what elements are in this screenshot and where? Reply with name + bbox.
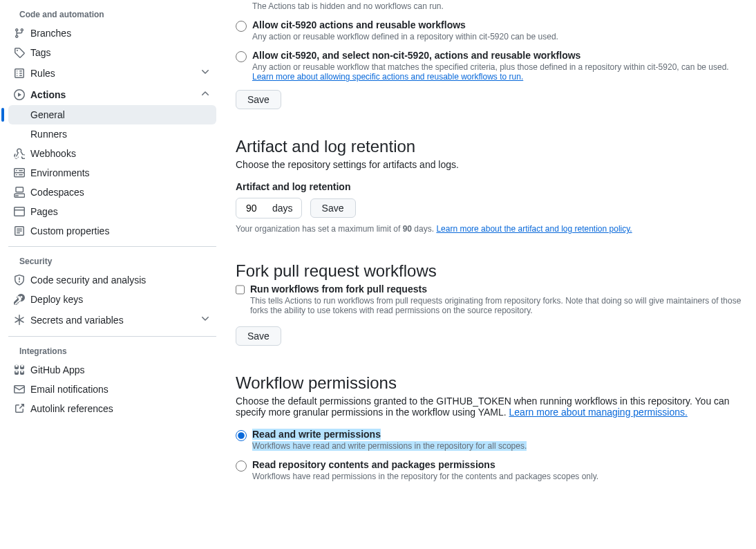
save-button[interactable]: Save — [236, 90, 281, 109]
sidebar-label: Secrets and variables — [30, 315, 200, 326]
sidebar-item-webhooks[interactable]: Webhooks — [8, 144, 216, 163]
divider — [8, 246, 216, 247]
sidebar-subitem-general[interactable]: General — [8, 105, 216, 124]
radio-option-allow-cit5920[interactable]: Allow cit-5920 actions and reusable work… — [236, 19, 745, 41]
sidebar-label: Deploy keys — [30, 294, 211, 305]
sidebar-label: Email notifications — [30, 384, 211, 395]
sidebar-subitem-runners[interactable]: Runners — [8, 124, 216, 144]
apps-icon — [14, 364, 25, 375]
chevron-down-icon — [200, 313, 211, 326]
link-external-icon — [14, 403, 25, 414]
section-title-permissions: Workflow permissions — [236, 373, 745, 393]
sidebar-group-code-automation: Code and automation — [8, 6, 216, 24]
tag-icon — [14, 47, 25, 58]
sidebar-item-deploy-keys[interactable]: Deploy keys — [8, 290, 216, 309]
sidebar-label: Custom properties — [30, 225, 211, 236]
sidebar-label: Tags — [30, 47, 211, 58]
radio-option-read-only[interactable]: Read repository contents and packages pe… — [236, 459, 745, 481]
server-icon — [14, 167, 25, 178]
sidebar-label: GitHub Apps — [30, 364, 211, 375]
learn-more-retention-link[interactable]: Learn more about the artifact and log re… — [436, 224, 632, 234]
sidebar-group-security: Security — [8, 252, 216, 270]
radio-desc: Any action or reusable workflow that mat… — [252, 62, 745, 82]
sub-label-retention: Artifact and log retention — [236, 181, 745, 192]
sidebar-item-branches[interactable]: Branches — [8, 24, 216, 43]
radio-option-allow-select[interactable]: Allow cit-5920, and select non-cit-5920,… — [236, 50, 745, 82]
sidebar-item-rules[interactable]: Rules — [8, 62, 216, 84]
checkbox-input[interactable] — [236, 285, 245, 295]
webhook-icon — [14, 148, 25, 159]
sidebar-item-custom-properties[interactable]: Custom properties — [8, 221, 216, 241]
radio-title: Read and write permissions — [252, 429, 381, 440]
checkbox-run-workflows-fork[interactable]: Run workflows from fork pull requests Th… — [236, 283, 745, 315]
sidebar-label: Pages — [30, 206, 211, 217]
retention-days-input[interactable] — [245, 202, 272, 214]
checkbox-desc: This tells Actions to run workflows from… — [250, 296, 745, 315]
sidebar-label: Code security and analysis — [30, 274, 211, 286]
sidebar-label: General — [30, 109, 65, 120]
radio-title: Allow cit-5920 actions and reusable work… — [252, 19, 745, 30]
radio-input[interactable] — [236, 460, 247, 472]
divider — [8, 336, 216, 337]
sidebar-label: Webhooks — [30, 148, 211, 159]
play-circle-icon — [14, 89, 25, 100]
chevron-up-icon — [200, 88, 211, 101]
asterisk-icon — [14, 315, 25, 326]
browser-icon — [14, 206, 25, 217]
radio-title: Read repository contents and packages pe… — [252, 459, 745, 470]
properties-icon — [14, 225, 25, 236]
sidebar-item-email-notifications[interactable]: Email notifications — [8, 380, 216, 399]
learn-more-link[interactable]: Learn more about allowing specific actio… — [252, 72, 523, 82]
sidebar-item-pages[interactable]: Pages — [8, 202, 216, 221]
retention-note: Your organization has set a maximum limi… — [236, 224, 745, 234]
sidebar-item-code-security[interactable]: Code security and analysis — [8, 270, 216, 290]
sidebar-label: Environments — [30, 167, 211, 178]
rules-icon — [14, 68, 25, 79]
sidebar-label: Actions — [30, 89, 200, 100]
top-option-desc: The Actions tab is hidden and no workflo… — [252, 1, 745, 11]
radio-input[interactable] — [236, 51, 247, 62]
mail-icon — [14, 384, 25, 395]
sidebar-item-autolink[interactable]: Autolink references — [8, 399, 216, 418]
sidebar-label: Codespaces — [30, 187, 211, 198]
radio-desc: Workflows have read and write permission… — [252, 441, 527, 451]
radio-input[interactable] — [236, 21, 247, 32]
main-content: The Actions tab is hidden and no workflo… — [225, 0, 756, 506]
sidebar: Code and automation Branches Tags Rules … — [0, 0, 225, 506]
days-unit: days — [272, 203, 293, 214]
sidebar-group-integrations: Integrations — [8, 342, 216, 360]
save-button[interactable]: Save — [236, 326, 281, 346]
radio-input[interactable] — [236, 430, 247, 441]
checkbox-label: Run workflows from fork pull requests — [250, 283, 745, 295]
section-desc: Choose the repository settings for artif… — [236, 159, 745, 170]
sidebar-item-actions[interactable]: Actions — [8, 84, 216, 105]
section-title-fork: Fork pull request workflows — [236, 261, 745, 281]
key-icon — [14, 294, 25, 305]
radio-desc: Workflows have read permissions in the r… — [252, 472, 745, 481]
radio-title: Allow cit-5920, and select non-cit-5920,… — [252, 50, 745, 61]
retention-input-wrapper[interactable]: days — [236, 198, 302, 218]
section-desc: Choose the default permissions granted t… — [236, 396, 745, 418]
sidebar-label: Autolink references — [30, 403, 211, 414]
sidebar-item-codespaces[interactable]: Codespaces — [8, 183, 216, 202]
sidebar-label: Rules — [30, 68, 200, 79]
radio-option-read-write[interactable]: Read and write permissions Workflows hav… — [236, 429, 745, 451]
sidebar-item-github-apps[interactable]: GitHub Apps — [8, 360, 216, 380]
sidebar-label: Runners — [30, 129, 67, 140]
git-branch-icon — [14, 28, 25, 39]
sidebar-label: Branches — [30, 28, 211, 39]
shield-icon — [14, 274, 25, 286]
radio-desc: Any action or reusable workflow defined … — [252, 32, 745, 41]
section-title-artifact: Artifact and log retention — [236, 137, 745, 156]
learn-more-permissions-link[interactable]: Learn more about managing permissions. — [509, 407, 688, 418]
save-button[interactable]: Save — [310, 198, 356, 218]
sidebar-item-environments[interactable]: Environments — [8, 163, 216, 183]
chevron-down-icon — [200, 66, 211, 80]
sidebar-item-secrets[interactable]: Secrets and variables — [8, 309, 216, 331]
sidebar-item-tags[interactable]: Tags — [8, 43, 216, 62]
codespaces-icon — [14, 187, 25, 198]
